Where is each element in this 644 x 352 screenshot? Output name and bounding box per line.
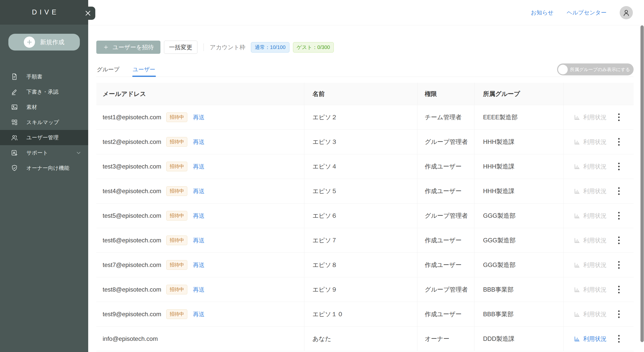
sidebar-item-label: 手順書 — [26, 73, 42, 80]
sidebar-item-support[interactable]: サポート — [0, 145, 88, 160]
kebab-menu-button[interactable] — [617, 137, 620, 146]
user-group: GGG製造部 — [483, 212, 516, 220]
user-name: エピソ８ — [312, 261, 337, 269]
user-role: オーナー — [425, 335, 449, 343]
usage-label: 利用状況 — [583, 113, 606, 121]
email-cell: test1@episotech.com 招待中 再送 — [96, 105, 304, 129]
usage-link[interactable]: 利用状況 — [574, 212, 606, 220]
user-group: HHH製造課 — [483, 138, 514, 146]
group-cell: EEEE製造部 — [474, 105, 563, 129]
actions-cell: 利用状況 — [563, 130, 634, 154]
group-filter-toggle[interactable]: 所属グループのみ表示にする — [557, 63, 634, 75]
group-cell: BBB事業部 — [474, 302, 563, 326]
kebab-menu-button[interactable] — [617, 334, 620, 343]
user-group: HHH製造課 — [483, 187, 514, 195]
user-email: test4@episotech.com — [103, 188, 161, 195]
resend-link[interactable]: 再送 — [193, 310, 205, 318]
user-email: test3@episotech.com — [103, 163, 161, 170]
role-cell: 作成ユーザー — [417, 253, 474, 277]
invite-user-button[interactable]: ユーザーを招待 — [96, 41, 160, 54]
resend-link[interactable]: 再送 — [193, 113, 205, 121]
user-role: 作成ユーザー — [425, 310, 462, 318]
usage-link[interactable]: 利用状況 — [574, 138, 606, 146]
user-email: info@episotech.com — [103, 335, 158, 342]
invited-badge: 招待中 — [166, 309, 187, 319]
name-cell: エピソ５ — [304, 179, 417, 203]
sidebar-item-label: 素材 — [26, 104, 37, 111]
actions-cell: 利用状況 — [563, 302, 634, 326]
close-icon — [84, 9, 92, 17]
sidebar-item-drafts-approval[interactable]: 下書き・承認 — [0, 84, 88, 99]
table-row: test5@episotech.com 招待中 再送 エピソ６ グループ管理者 … — [96, 204, 634, 228]
usage-link[interactable]: 利用状況 — [574, 261, 606, 269]
user-email: test2@episotech.com — [103, 138, 161, 145]
usage-label: 利用状況 — [583, 237, 606, 244]
kebab-menu-button[interactable] — [617, 162, 620, 171]
table-header: メールアドレス 名前 権限 所属グループ — [96, 83, 634, 105]
user-group: HHH製造課 — [483, 162, 514, 171]
name-cell: エピソ９ — [304, 277, 417, 302]
resend-link[interactable]: 再送 — [193, 138, 205, 146]
user-role: 作成ユーザー — [425, 261, 462, 269]
sidebar-item-skill-map[interactable]: スキルマップ — [0, 115, 88, 130]
usage-link[interactable]: 利用状況 — [574, 113, 606, 121]
sidebar-item-label: 下書き・承認 — [26, 88, 59, 95]
usage-link[interactable]: 利用状況 — [574, 163, 606, 171]
user-name: エピソ７ — [312, 236, 337, 244]
name-cell: あなた — [304, 327, 417, 351]
app-logo: DIVE — [29, 8, 59, 16]
kebab-menu-button[interactable] — [617, 310, 620, 319]
role-cell: 作成ユーザー — [417, 302, 474, 326]
name-cell: エピソ７ — [304, 228, 417, 253]
user-email: test5@episotech.com — [103, 212, 161, 219]
help-center-link[interactable]: ヘルプセンター — [567, 9, 606, 16]
resend-link[interactable]: 再送 — [193, 212, 205, 220]
sidebar-item-owner-features[interactable]: オーナー向け機能 — [0, 160, 88, 176]
group-cell: BBB事業部 — [474, 277, 563, 302]
chevron-down-icon — [76, 150, 82, 156]
resend-link[interactable]: 再送 — [193, 261, 205, 269]
bulk-change-button[interactable]: 一括変更 — [164, 41, 197, 54]
bar-chart-icon — [574, 188, 581, 195]
usage-link[interactable]: 利用状況 — [574, 335, 606, 343]
resend-link[interactable]: 再送 — [193, 286, 205, 294]
actions-cell: 利用状況 — [563, 228, 634, 253]
kebab-menu-button[interactable] — [617, 113, 620, 122]
user-group: GGG製造部 — [483, 236, 516, 244]
role-cell: 作成ユーザー — [417, 154, 474, 179]
resend-link[interactable]: 再送 — [193, 163, 205, 171]
sidebar-item-manuals[interactable]: 手順書 — [0, 69, 88, 84]
user-role: グループ管理者 — [425, 286, 468, 294]
user-name: エピソ９ — [312, 286, 337, 294]
usage-link[interactable]: 利用状況 — [574, 310, 606, 318]
usage-label: 利用状況 — [583, 187, 606, 195]
actions-cell: 利用状況 — [563, 154, 634, 179]
sidebar-item-user-management[interactable]: ユーザー管理 — [0, 130, 88, 145]
news-link[interactable]: お知らせ — [531, 9, 554, 16]
kebab-menu-button[interactable] — [617, 187, 620, 196]
kebab-menu-button[interactable] — [617, 260, 620, 270]
tab-group[interactable]: グループ — [96, 62, 120, 77]
tab-user[interactable]: ユーザー — [132, 62, 156, 77]
avatar-button[interactable] — [620, 6, 633, 19]
header-actions — [563, 83, 634, 105]
resend-link[interactable]: 再送 — [193, 237, 205, 244]
new-create-button[interactable]: 新規作成 — [8, 34, 80, 51]
usage-link[interactable]: 利用状況 — [574, 187, 606, 195]
kebab-menu-button[interactable] — [617, 285, 620, 294]
group-cell: HHH製造課 — [474, 179, 563, 203]
name-cell: エピソ８ — [304, 253, 417, 277]
usage-link[interactable]: 利用状況 — [574, 286, 606, 294]
vertical-scrollbar[interactable] — [640, 25, 644, 342]
kebab-menu-button[interactable] — [617, 236, 620, 245]
usage-label: 利用状況 — [583, 310, 606, 318]
sidebar-item-materials[interactable]: 素材 — [0, 99, 88, 115]
usage-link[interactable]: 利用状況 — [574, 237, 606, 244]
resend-link[interactable]: 再送 — [193, 187, 205, 195]
kebab-menu-button[interactable] — [617, 211, 620, 220]
sidebar-close-button[interactable] — [81, 7, 95, 20]
actions-cell: 利用状況 — [563, 327, 634, 351]
sidebar: DIVE 新規作成 手順書 — [0, 0, 88, 352]
user-name: エピソ２ — [312, 113, 337, 121]
invite-user-label: ユーザーを招待 — [113, 43, 154, 51]
